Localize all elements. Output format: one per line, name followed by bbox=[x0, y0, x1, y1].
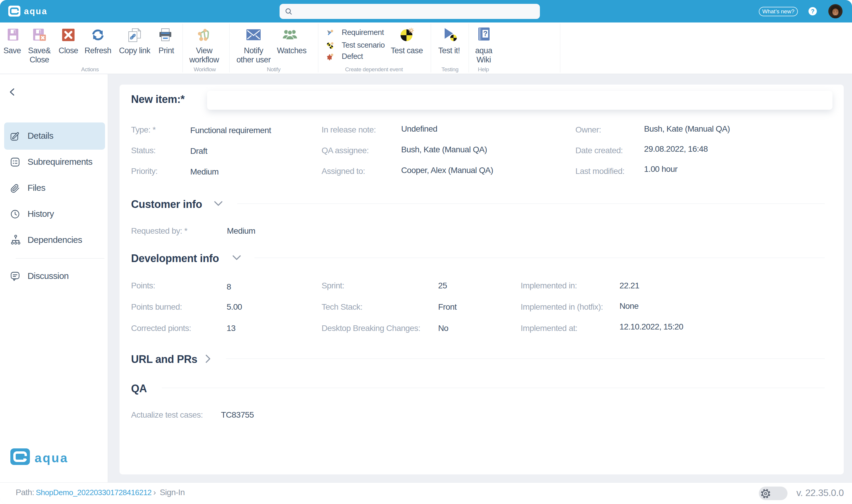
svg-text:?: ? bbox=[483, 30, 488, 38]
